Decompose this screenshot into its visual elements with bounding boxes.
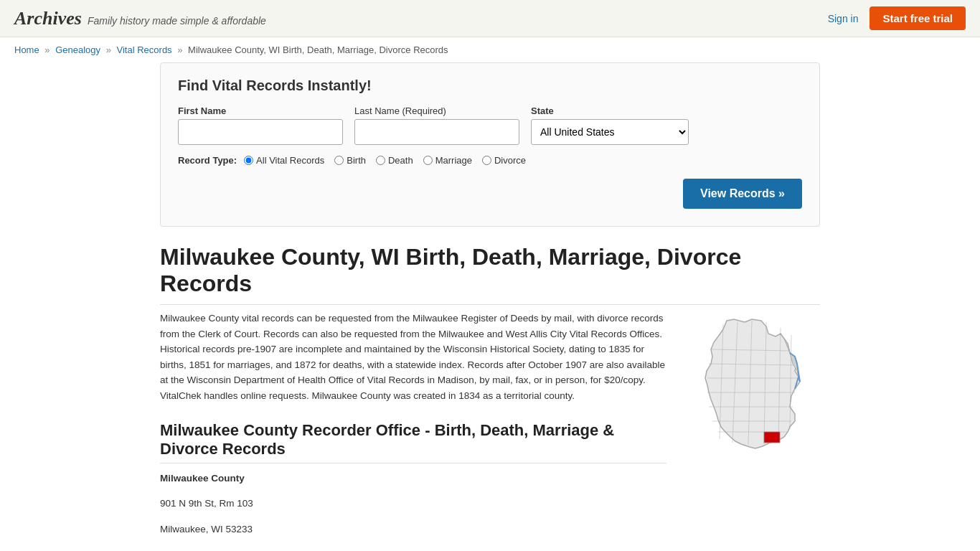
header-left: Archives Family history made simple & af… — [14, 8, 266, 29]
state-label: State — [531, 105, 689, 116]
state-select[interactable]: All United States Wisconsin Illinois Min… — [531, 119, 689, 145]
record-type-row: Record Type: All Vital Records Birth Dea… — [178, 155, 802, 166]
breadcrumb-vital-records[interactable]: Vital Records — [117, 44, 172, 55]
record-type-marriage-label: Marriage — [435, 155, 472, 166]
view-records-row: View Records » — [178, 179, 802, 209]
content-area: Milwaukee County vital records can be re… — [160, 311, 820, 551]
record-type-birth[interactable]: Birth — [334, 155, 366, 166]
record-type-all[interactable]: All Vital Records — [244, 155, 324, 166]
record-type-divorce[interactable]: Divorce — [482, 155, 526, 166]
search-box: Find Vital Records Instantly! First Name… — [160, 62, 820, 227]
breadcrumb: Home » Genealogy » Vital Records » Milwa… — [0, 37, 980, 62]
milwaukee-county-highlight — [764, 432, 780, 443]
record-type-death[interactable]: Death — [376, 155, 413, 166]
office-info: Milwaukee County 901 N 9th St, Rm 103 Mi… — [160, 471, 666, 551]
page-title: Milwaukee County, WI Birth, Death, Marri… — [160, 244, 820, 305]
last-name-input[interactable] — [354, 119, 519, 145]
wi-counties-bg — [705, 319, 800, 448]
record-type-marriage[interactable]: Marriage — [423, 155, 472, 166]
record-type-divorce-label: Divorce — [494, 155, 526, 166]
first-name-label: First Name — [178, 105, 343, 116]
record-type-birth-radio[interactable] — [334, 156, 344, 165]
office-address1: 901 N 9th St, Rm 103 — [160, 496, 666, 512]
record-type-death-radio[interactable] — [376, 156, 385, 165]
first-name-input[interactable] — [178, 119, 343, 145]
main-content: Find Vital Records Instantly! First Name… — [146, 62, 834, 551]
recorder-heading: Milwaukee County Recorder Office - Birth… — [160, 421, 666, 463]
content-text: Milwaukee County vital records can be re… — [160, 311, 666, 551]
breadcrumb-sep-1: » — [44, 44, 50, 55]
record-type-death-label: Death — [388, 155, 413, 166]
office-city-state: Milwaukee, WI 53233 — [160, 522, 666, 537]
state-field-group: State All United States Wisconsin Illino… — [531, 105, 689, 145]
record-type-all-label: All Vital Records — [256, 155, 324, 166]
breadcrumb-genealogy[interactable]: Genealogy — [55, 44, 100, 55]
description-text: Milwaukee County vital records can be re… — [160, 311, 666, 404]
breadcrumb-current: Milwaukee County, WI Birth, Death, Marri… — [188, 44, 448, 55]
first-name-field-group: First Name — [178, 105, 343, 145]
site-header: Archives Family history made simple & af… — [0, 0, 980, 37]
header-right: Sign in Start free trial — [828, 6, 966, 30]
search-title: Find Vital Records Instantly! — [178, 77, 802, 94]
record-type-birth-label: Birth — [347, 155, 366, 166]
search-fields: First Name Last Name (Required) State Al… — [178, 105, 802, 145]
last-name-field-group: Last Name (Required) — [354, 105, 519, 145]
sign-in-link[interactable]: Sign in — [828, 13, 859, 24]
breadcrumb-sep-2: » — [106, 44, 111, 55]
header-tagline: Family history made simple & affordable — [88, 15, 266, 27]
view-records-button[interactable]: View Records » — [683, 179, 802, 209]
last-name-label: Last Name (Required) — [354, 105, 519, 116]
record-type-label: Record Type: — [178, 155, 237, 166]
wi-map — [684, 314, 820, 551]
breadcrumb-home[interactable]: Home — [14, 44, 39, 55]
wisconsin-map-svg — [684, 314, 820, 464]
wi-outline — [705, 319, 800, 448]
record-type-divorce-radio[interactable] — [482, 156, 491, 165]
record-type-all-radio[interactable] — [244, 156, 253, 165]
breadcrumb-sep-3: » — [177, 44, 182, 55]
record-type-marriage-radio[interactable] — [423, 156, 433, 165]
site-logo: Archives — [14, 8, 82, 29]
office-name: Milwaukee County — [160, 473, 245, 484]
start-trial-button[interactable]: Start free trial — [870, 6, 966, 30]
